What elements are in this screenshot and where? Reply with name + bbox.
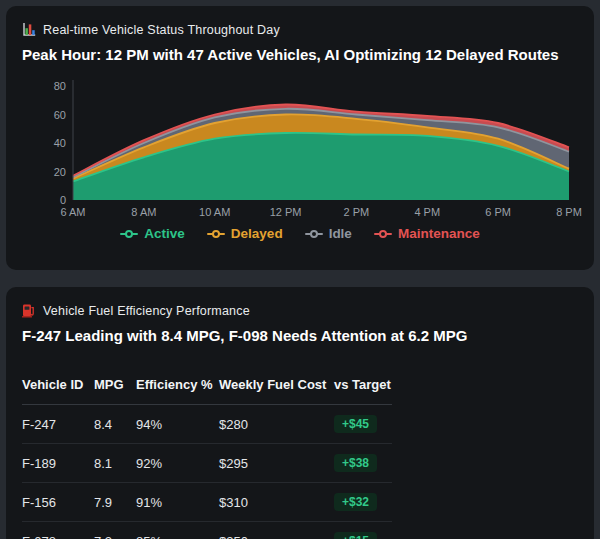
svg-text:10 AM: 10 AM [199, 206, 230, 218]
cell-vs-target: +$32 [334, 483, 392, 522]
svg-text:20: 20 [54, 166, 66, 178]
legend-item-maintenance[interactable]: Maintenance [374, 226, 480, 241]
cell-vehicle-id: F-247 [22, 405, 94, 444]
cell-weekly-cost: $280 [219, 405, 334, 444]
svg-text:8 AM: 8 AM [131, 206, 156, 218]
column-header-vehicle-id: Vehicle ID [22, 369, 94, 405]
panel-title: Vehicle Fuel Efficiency Performance [43, 304, 250, 318]
svg-text:80: 80 [54, 80, 66, 92]
svg-text:6 AM: 6 AM [60, 206, 85, 218]
table-row: F-247 8.4 94% $280 +$45 [22, 405, 392, 444]
legend-label: Active [144, 226, 185, 241]
legend-item-delayed[interactable]: Delayed [207, 226, 283, 241]
status-insight: Peak Hour: 12 PM with 47 Active Vehicles… [22, 46, 578, 64]
column-header-efficiency: Efficiency % [136, 369, 219, 405]
cell-weekly-cost: $350 [219, 522, 334, 539]
vs-target-badge: +$15 [334, 532, 377, 539]
chart-legend: ActiveDelayedIdleMaintenance [22, 226, 578, 241]
svg-text:40: 40 [54, 137, 66, 149]
legend-marker-icon [120, 230, 138, 238]
column-header-mpg: MPG [94, 369, 136, 405]
cell-efficiency: 94% [136, 405, 219, 444]
vs-target-badge: +$32 [334, 493, 377, 511]
chart-area: 0204060806 AM8 AM10 AM12 PM2 PM4 PM6 PM8… [6, 73, 594, 219]
cell-vehicle-id: F-156 [22, 483, 94, 522]
cell-vs-target: +$45 [334, 405, 392, 444]
cell-vehicle-id: F-189 [22, 444, 94, 483]
svg-text:60: 60 [54, 109, 66, 121]
bar-chart-icon [22, 22, 36, 37]
vs-target-badge: +$38 [334, 454, 377, 472]
legend-marker-icon [207, 230, 225, 238]
table-header-row: Vehicle ID MPG Efficiency % Weekly Fuel … [22, 369, 392, 405]
fuel-header: Vehicle Fuel Efficiency Performance [22, 303, 578, 318]
legend-item-active[interactable]: Active [120, 226, 185, 241]
cell-vs-target: +$15 [334, 522, 392, 539]
vehicle-status-panel: Real-time Vehicle Status Throughout Day … [6, 6, 594, 270]
legend-label: Maintenance [398, 226, 480, 241]
fuel-insight: F-247 Leading with 8.4 MPG, F-098 Needs … [22, 327, 578, 345]
cell-efficiency: 85% [136, 522, 219, 539]
panel-title: Real-time Vehicle Status Throughout Day [43, 23, 280, 37]
cell-efficiency: 92% [136, 444, 219, 483]
fuel-efficiency-panel: Vehicle Fuel Efficiency Performance F-24… [6, 287, 594, 539]
vs-target-badge: +$45 [334, 415, 377, 433]
legend-label: Delayed [231, 226, 283, 241]
column-header-vs-target: vs Target [334, 369, 392, 405]
table-row: F-189 8.1 92% $295 +$38 [22, 444, 392, 483]
cell-vehicle-id: F-078 [22, 522, 94, 539]
cell-mpg: 8.1 [94, 444, 136, 483]
vehicle-status-header: Real-time Vehicle Status Throughout Day [22, 22, 578, 37]
cell-vs-target: +$38 [334, 444, 392, 483]
cell-mpg: 7.9 [94, 483, 136, 522]
fuel-table: Vehicle ID MPG Efficiency % Weekly Fuel … [22, 369, 392, 539]
svg-text:8 PM: 8 PM [556, 206, 582, 218]
table-row: F-156 7.9 91% $310 +$32 [22, 483, 392, 522]
table-row: F-078 7.2 85% $350 +$15 [22, 522, 392, 539]
stacked-area-chart: 0204060806 AM8 AM10 AM12 PM2 PM4 PM6 PM8… [6, 73, 594, 219]
svg-text:2 PM: 2 PM [344, 206, 370, 218]
legend-label: Idle [329, 226, 352, 241]
legend-marker-icon [305, 230, 323, 238]
svg-text:4 PM: 4 PM [414, 206, 440, 218]
cell-mpg: 7.2 [94, 522, 136, 539]
cell-mpg: 8.4 [94, 405, 136, 444]
svg-text:12 PM: 12 PM [270, 206, 302, 218]
fuel-pump-icon [22, 303, 36, 318]
svg-text:0: 0 [60, 194, 66, 206]
column-header-weekly-fuel-cost: Weekly Fuel Cost [219, 369, 334, 405]
svg-text:6 PM: 6 PM [485, 206, 511, 218]
cell-efficiency: 91% [136, 483, 219, 522]
dashboard: Real-time Vehicle Status Throughout Day … [0, 0, 600, 539]
legend-item-idle[interactable]: Idle [305, 226, 352, 241]
cell-weekly-cost: $295 [219, 444, 334, 483]
cell-weekly-cost: $310 [219, 483, 334, 522]
legend-marker-icon [374, 230, 392, 238]
